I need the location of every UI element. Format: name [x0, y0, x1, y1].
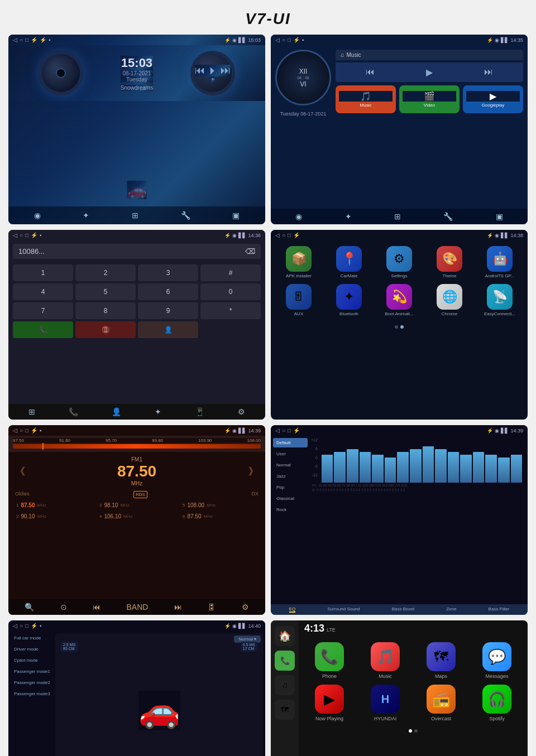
key-8[interactable]: 8	[75, 302, 136, 319]
carplay-overcast-app[interactable]: 📻 Overcast	[416, 685, 466, 721]
chrome-app[interactable]: 🌐 Chrome	[427, 284, 472, 316]
play-track-icon[interactable]: ▶	[426, 67, 433, 78]
delete-icon[interactable]: ⌫	[245, 247, 255, 256]
eq-bar-0[interactable]	[322, 455, 333, 483]
contacts-icon[interactable]: 👤	[138, 321, 198, 338]
mode-driver[interactable]: Driver mode	[11, 644, 51, 654]
key-0[interactable]: 0	[200, 283, 261, 300]
eq-bar-4[interactable]	[372, 455, 384, 483]
easyconn-app[interactable]: 📡 EasyConnecti...	[477, 284, 522, 316]
back-7[interactable]: ◁	[13, 623, 17, 629]
eq-bar-14[interactable]	[498, 458, 510, 483]
eq-bar-2[interactable]	[347, 449, 358, 483]
carplay-phone-app[interactable]: 📞 Phone	[304, 642, 355, 679]
scan-icon[interactable]: ⊙	[60, 603, 67, 611]
music-app-icon[interactable]: 🎵 Music	[336, 85, 396, 113]
call-button[interactable]: 📞	[13, 321, 73, 338]
eq-bar-15[interactable]	[511, 455, 523, 483]
preset-pop[interactable]: Pop	[273, 483, 308, 492]
nav-bt-2[interactable]: ✦	[345, 212, 352, 221]
carplay-messages-app[interactable]: 💬 Messages	[472, 642, 522, 679]
googleplay-app-icon[interactable]: ▶ Googleplay	[463, 85, 523, 113]
music-controls[interactable]: ⏮ ▶ ⏭	[336, 62, 523, 82]
apk-installer-app[interactable]: 📦 APK installer	[276, 246, 321, 278]
eq-tab-bass-boost[interactable]: Bass Boost	[392, 606, 414, 613]
contact-icon[interactable]: 👤	[112, 407, 121, 416]
eq-bar-6[interactable]	[397, 452, 409, 483]
key-3[interactable]: 3	[138, 264, 198, 281]
eq-tab-surround[interactable]: Surround Sound	[327, 606, 360, 613]
carplay-phone-dock-icon[interactable]: 📞	[275, 651, 295, 671]
key-star[interactable]: *	[200, 302, 261, 319]
preset-3[interactable]: 3 98.10 MHz	[96, 500, 178, 510]
carplay-nowplaying-app[interactable]: ▶ Now Playing	[304, 685, 355, 721]
eq-bar-13[interactable]	[485, 455, 497, 483]
preset-user[interactable]: User	[273, 449, 308, 459]
preset-default[interactable]: Default	[273, 438, 308, 447]
bt-icon-3[interactable]: ✦	[155, 407, 161, 416]
eq-bar-5[interactable]	[385, 458, 396, 483]
key-1[interactable]: 1	[13, 264, 73, 281]
play-button-icon[interactable]: ⏮ ⏵ ⏭	[195, 65, 231, 76]
eq-bar-8[interactable]	[423, 446, 434, 483]
carplay-maps-app[interactable]: 🗺 Maps	[416, 642, 466, 679]
recents-4[interactable]: □	[288, 232, 291, 238]
preset-rock[interactable]: Rock	[273, 505, 308, 514]
back-6[interactable]: ◁	[275, 427, 280, 434]
preset-classical[interactable]: Classical	[273, 494, 308, 503]
bluetooth-app-item[interactable]: ✦ Bluetooth	[327, 284, 371, 316]
eq-bar-11[interactable]	[460, 455, 472, 483]
preset-5[interactable]: 5 108.00 MHz	[179, 500, 261, 510]
preset-2[interactable]: 2 90.10 MHz	[13, 512, 94, 521]
eq-bar-3[interactable]	[360, 452, 371, 483]
recents-7[interactable]: □	[25, 623, 28, 629]
band-button[interactable]: BAND	[127, 603, 149, 611]
eq-tab-active[interactable]: EQ	[289, 606, 296, 613]
home-7[interactable]: ○	[20, 623, 23, 629]
aux-app[interactable]: 🎚 AUX	[276, 284, 321, 316]
carplay-spotify-app[interactable]: 🎧 Spotify	[472, 685, 522, 721]
phone2-icon[interactable]: 📱	[195, 407, 204, 416]
recents-3[interactable]: □	[25, 232, 28, 238]
preset-6[interactable]: 6 87.50 MHz	[179, 512, 261, 521]
recents-6[interactable]: □	[288, 427, 291, 434]
preset-1[interactable]: 1 87.50 MHz	[13, 500, 94, 510]
nav-cam-2[interactable]: ▣	[496, 212, 503, 221]
eq-tab-bass-filter[interactable]: Bass Filter	[489, 606, 510, 613]
eq-tab-zone[interactable]: Zone	[446, 606, 456, 613]
prev-freq-button[interactable]: 《	[15, 465, 25, 478]
next-radio-icon[interactable]: ⏭	[174, 603, 182, 611]
key-hash[interactable]: #	[200, 264, 261, 281]
home-6[interactable]: ○	[282, 427, 285, 434]
nav-camera-icon[interactable]: ▣	[232, 211, 240, 220]
carmate-app[interactable]: 📍 CarMate	[327, 246, 371, 278]
next-freq-button[interactable]: 》	[248, 465, 259, 478]
settings-icon-3[interactable]: ⚙	[238, 407, 245, 416]
recents-5[interactable]: □	[25, 427, 28, 434]
mode-passenger1[interactable]: Passenger mode1	[11, 667, 51, 676]
carplay-hyundai-app[interactable]: H HYUNDAI	[360, 685, 410, 721]
nav-location-icon[interactable]: ◉	[34, 211, 41, 220]
carplay-home-icon[interactable]: 🏠	[275, 626, 295, 646]
eq-bar-12[interactable]	[473, 452, 485, 483]
next-track-icon[interactable]: ⏭	[484, 67, 493, 78]
phone-icon[interactable]: 📞	[69, 407, 78, 416]
home-icon[interactable]: ○	[20, 37, 23, 43]
key-9[interactable]: 9	[138, 302, 198, 319]
preset-4[interactable]: 4 106.10 MHz	[96, 512, 178, 521]
recents-icon[interactable]: □	[25, 37, 28, 43]
search-radio-icon[interactable]: 🔍	[25, 603, 34, 611]
carplay-music-app[interactable]: 🎵 Music	[360, 642, 410, 679]
disc-right[interactable]: ⏮ ⏵ ⏭ ✦	[190, 51, 235, 95]
android-app[interactable]: 🤖 AndroiTS GP...	[477, 246, 522, 278]
carplay-music-dock-icon[interactable]: ♫	[275, 675, 295, 695]
key-5[interactable]: 5	[75, 283, 136, 300]
nav-bluetooth-icon[interactable]: ✦	[83, 211, 89, 220]
eq-bar-7[interactable]	[410, 449, 422, 483]
carplay-nav-dock-icon[interactable]: 🗺	[275, 700, 295, 720]
home-4[interactable]: ○	[282, 232, 285, 238]
home-3[interactable]: ○	[20, 232, 23, 238]
settings-radio-icon[interactable]: ⚙	[242, 603, 249, 611]
eq-bar-1[interactable]	[334, 452, 346, 483]
preset-normal[interactable]: Normal	[273, 460, 308, 470]
